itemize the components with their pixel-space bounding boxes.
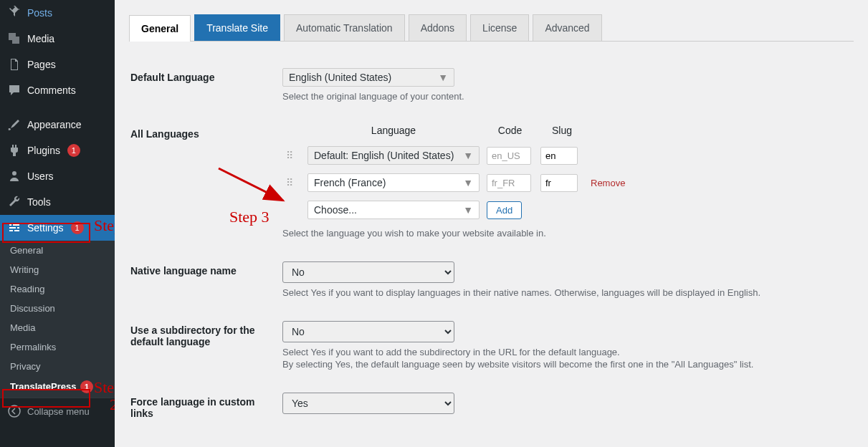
chevron-down-icon: ▼ (463, 204, 473, 216)
tab-translate-site[interactable]: Translate Site (194, 14, 280, 41)
tab-general[interactable]: General (129, 15, 191, 42)
submenu-general[interactable]: General (0, 241, 115, 260)
submenu-privacy[interactable]: Privacy (0, 357, 115, 376)
remove-language-link[interactable]: Remove (591, 178, 625, 188)
subdir-select[interactable]: No (282, 321, 454, 342)
col-slug: Slug (537, 125, 587, 142)
lang-row-1-slug[interactable] (540, 174, 578, 192)
chevron-down-icon: ▼ (463, 150, 473, 161)
tab-license[interactable]: License (470, 14, 529, 41)
menu-item-media[interactable]: Media (0, 26, 115, 52)
media-icon (7, 32, 22, 46)
settings-badge: 1 (71, 221, 84, 234)
chevron-down-icon: ▼ (438, 72, 448, 83)
menu-item-comments[interactable]: Comments (0, 77, 115, 103)
menu-item-appearance[interactable]: Appearance (0, 112, 115, 138)
lang-row-0-code (487, 147, 531, 165)
pin-icon (7, 6, 22, 20)
force-select[interactable]: Yes (282, 393, 454, 414)
submenu-reading[interactable]: Reading (0, 279, 115, 299)
admin-sidebar: Posts Media Pages Comments Appearance Pl… (0, 0, 115, 447)
menu-item-pages[interactable]: Pages (0, 52, 115, 77)
collapse-icon (7, 404, 22, 418)
native-name-select[interactable]: No (282, 261, 454, 283)
tab-addons[interactable]: Addons (409, 14, 467, 41)
default-language-label: Default Language (130, 57, 274, 112)
subdir-desc1: Select Yes if you want to add the subdir… (282, 347, 845, 357)
all-languages-label: All Languages (130, 114, 274, 249)
plug-icon (7, 143, 22, 158)
force-label: Force language in custom links (130, 382, 274, 433)
sliders-icon (7, 221, 22, 235)
translatepress-badge: 1 (80, 380, 93, 393)
svg-point-0 (9, 405, 20, 417)
submenu-media[interactable]: Media (0, 318, 115, 337)
lang-row-1-code (487, 174, 531, 192)
user-icon (7, 169, 22, 183)
tabs: General Translate Site Automatic Transla… (129, 7, 854, 42)
drag-handle-icon[interactable]: ⠿ (286, 177, 294, 188)
tab-automatic-translation[interactable]: Automatic Translation (284, 14, 405, 41)
subdir-desc2: By selecting Yes, the default language s… (282, 359, 845, 370)
comment-icon (7, 83, 22, 97)
wrench-icon (7, 195, 22, 209)
choose-language-select[interactable]: Choose...▼ (307, 201, 480, 219)
plugins-badge: 1 (67, 144, 80, 157)
menu-item-tools[interactable]: Tools (0, 189, 115, 215)
add-language-button[interactable]: Add (487, 201, 522, 219)
native-name-label: Native language name (130, 251, 274, 309)
subdir-label: Use a subdirectory for the default langu… (130, 310, 274, 380)
default-language-select[interactable]: English (United States)▼ (282, 68, 454, 87)
menu-item-posts[interactable]: Posts (0, 0, 115, 26)
menu-item-users[interactable]: Users (0, 163, 115, 189)
pages-icon (7, 57, 22, 72)
drag-handle-icon[interactable]: ⠿ (286, 150, 294, 161)
col-code: Code (483, 125, 537, 142)
main-content: General Translate Site Automatic Transla… (115, 0, 868, 447)
col-language: Language (304, 125, 483, 142)
default-language-desc: Select the original language of your con… (282, 91, 845, 102)
submenu-translatepress[interactable]: TranslatePress 1 (0, 376, 115, 398)
brush-icon (7, 117, 22, 132)
native-name-desc: Select Yes if you want to display langua… (282, 287, 845, 298)
submenu-discussion[interactable]: Discussion (0, 299, 115, 318)
menu-item-settings[interactable]: Settings1 (0, 215, 115, 241)
submenu-permalinks[interactable]: Permalinks (0, 337, 115, 357)
lang-row-0-slug[interactable] (540, 147, 578, 165)
settings-submenu: General Writing Reading Discussion Media… (0, 241, 115, 398)
submenu-writing[interactable]: Writing (0, 260, 115, 279)
menu-item-plugins[interactable]: Plugins1 (0, 138, 115, 163)
lang-row-1-select[interactable]: French (France)▼ (307, 173, 480, 192)
tab-advanced[interactable]: Advanced (533, 14, 601, 41)
collapse-menu[interactable]: Collapse menu (0, 398, 115, 424)
lang-row-0-select[interactable]: Default: English (United States)▼ (307, 146, 480, 165)
all-languages-desc: Select the language you wish to make you… (282, 228, 845, 239)
chevron-down-icon: ▼ (463, 177, 473, 188)
